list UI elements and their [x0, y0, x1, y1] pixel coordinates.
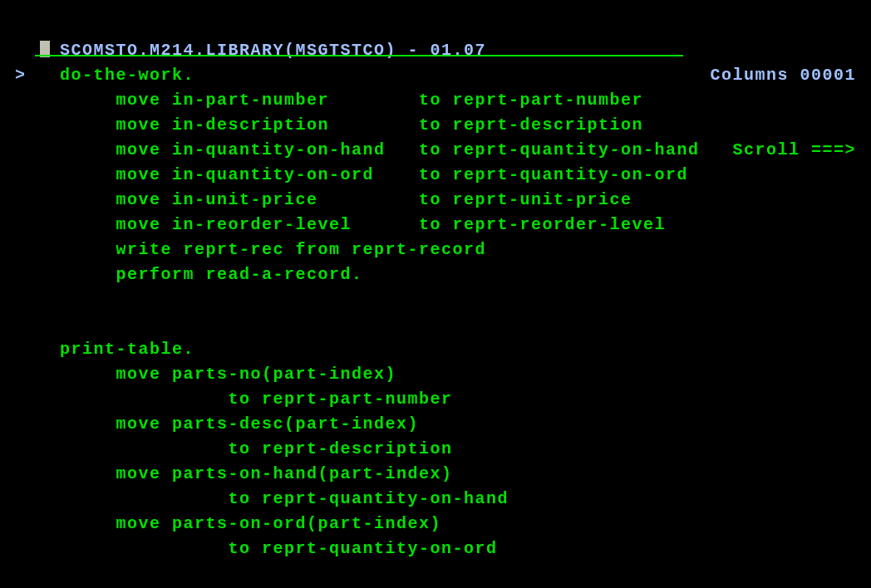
columns-indicator: Columns 00001	[710, 63, 856, 88]
code-line: move in-description to reprt-description	[15, 113, 856, 138]
command-underline	[35, 55, 683, 56]
code-line: move in-part-number to reprt-part-number	[15, 88, 856, 113]
header-line: SCOMSTO.M214.LIBRARY(MSGTSTCO) - 01.07 C…	[15, 13, 856, 38]
scroll-label: Scroll ===>	[732, 138, 856, 163]
code-line: move parts-on-hand(part-index)	[15, 462, 856, 487]
code-line: print-table.	[15, 337, 856, 362]
code-line: to reprt-part-number	[15, 387, 856, 412]
code-line: write reprt-rec from reprt-record	[15, 238, 856, 262]
code-line	[15, 287, 856, 312]
code-line: move in-quantity-on-hand to reprt-quanti…	[15, 138, 856, 163]
command-line[interactable]: > Scroll ===>	[15, 38, 856, 63]
code-line: perform read-a-record.	[15, 262, 856, 287]
code-line: move parts-on-ord(part-index)	[15, 512, 856, 537]
prompt-char: >	[15, 63, 27, 88]
code-line: to reprt-description	[15, 437, 856, 462]
code-line	[15, 312, 856, 337]
code-line: move parts-desc(part-index)	[15, 412, 856, 437]
code-line: move in-quantity-on-ord to reprt-quantit…	[15, 163, 856, 188]
code-area: do-the-work. move in-part-number to repr…	[15, 63, 856, 561]
code-line: move parts-no(part-index)	[15, 362, 856, 387]
terminal: SCOMSTO.M214.LIBRARY(MSGTSTCO) - 01.07 C…	[15, 13, 856, 575]
code-line: move in-reorder-level to reprt-reorder-l…	[15, 213, 856, 238]
code-line: to reprt-quantity-on-ord	[15, 537, 856, 561]
code-line: move in-unit-price to reprt-unit-price	[15, 188, 856, 213]
code-line: to reprt-quantity-on-hand	[15, 487, 856, 512]
